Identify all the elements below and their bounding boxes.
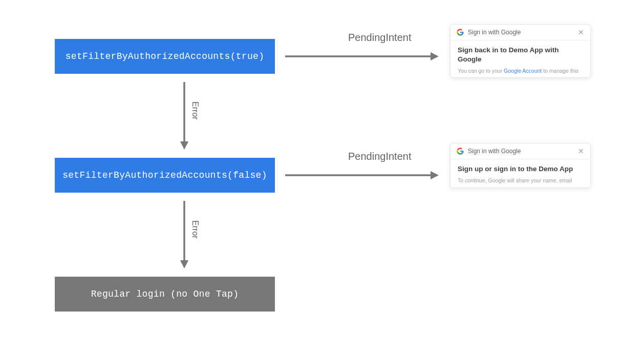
step3-label: Regular login (no One Tap) <box>91 289 239 299</box>
panel1-close-icon[interactable]: ✕ <box>578 29 584 36</box>
panel1-sub: You can go to your Google Account to man… <box>458 67 583 75</box>
panel2-header: Sign in with Google ✕ <box>450 143 590 159</box>
google-account-link[interactable]: Google Account <box>504 68 542 74</box>
step1-box: setFilterByAuthorizedAccounts(true) <box>55 39 275 74</box>
step2-label: setFilterByAuthorizedAccounts(false) <box>62 170 267 180</box>
arrow-down-2 <box>178 201 190 268</box>
arrow-right-1 <box>285 50 439 63</box>
google-logo-icon <box>457 29 464 36</box>
panel-signup: Sign in with Google ✕ Sign up or sign in… <box>450 143 591 188</box>
step3-box: Regular login (no One Tap) <box>55 277 275 312</box>
arrow-down-2-label: Error <box>190 220 200 239</box>
panel1-title: Sign back in to Demo App with Google <box>458 46 583 64</box>
panel-signin-back: Sign in with Google ✕ Sign back in to De… <box>450 24 591 78</box>
step1-label: setFilterByAuthorizedAccounts(true) <box>66 51 265 61</box>
arrow-right-2-label: PendingIntent <box>348 151 411 162</box>
arrow-right-1-label: PendingIntent <box>348 32 411 44</box>
panel2-close-icon[interactable]: ✕ <box>578 148 584 155</box>
panel1-header: Sign in with Google ✕ <box>450 25 590 40</box>
svg-marker-7 <box>180 260 188 268</box>
svg-marker-1 <box>431 52 439 60</box>
arrow-down-1 <box>178 82 190 150</box>
panel1-body: Sign back in to Demo App with Google You… <box>450 40 590 78</box>
arrow-right-2 <box>285 169 439 181</box>
panel2-header-text: Sign in with Google <box>468 148 521 155</box>
arrow-down-1-label: Error <box>190 101 200 120</box>
svg-marker-5 <box>431 171 439 179</box>
panel1-header-text: Sign in with Google <box>468 29 521 36</box>
step2-box: setFilterByAuthorizedAccounts(false) <box>55 158 275 193</box>
svg-marker-3 <box>180 141 188 150</box>
panel2-body: Sign up or sign in to the Demo App To co… <box>450 159 590 188</box>
panel2-title: Sign up or sign in to the Demo App <box>458 164 583 174</box>
google-logo-icon <box>457 148 464 155</box>
panel2-sub: To continue, Google will share your name… <box>458 177 583 184</box>
